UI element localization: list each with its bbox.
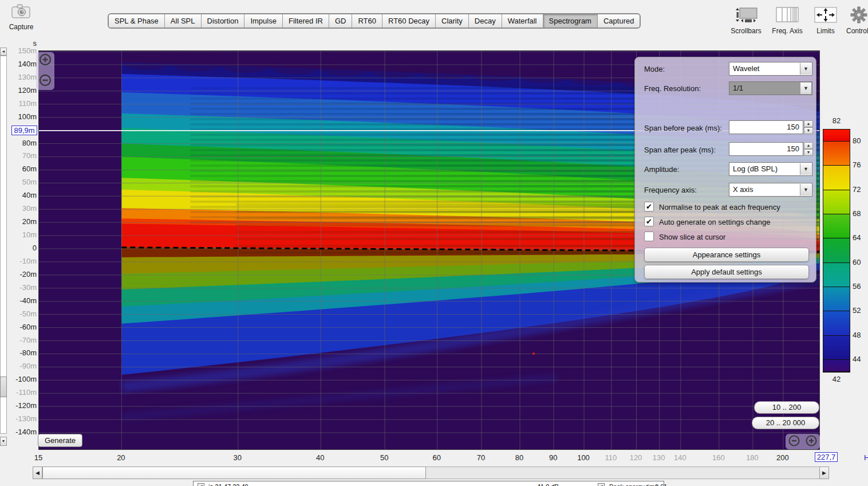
x-axis-label: 180 [746,453,759,462]
y-axis-label: 140m [7,60,37,68]
tab-decay[interactable]: Decay [469,14,502,28]
horizontal-scrollbar: ◀ ▶ [31,467,830,479]
spin-up-icon[interactable]: ▲ [804,120,813,127]
y-axis-label: 130m [7,73,37,81]
vscroll-thumb[interactable] [0,377,7,397]
colorbar-cell [823,190,850,214]
y-axis-label: -90m [7,362,37,370]
colorbar-cell [823,311,850,335]
show-slice-label: Show slice at cursor [659,233,725,241]
limits-label: Limits [811,27,841,35]
chevron-down-icon[interactable]: ▼ [800,63,811,75]
y-axis-label: -110m [7,388,37,397]
measurement-checkbox[interactable]: ✔ [198,483,204,486]
tab-all-spl[interactable]: All SPL [165,14,202,28]
controls-tool[interactable]: Controls [846,6,868,35]
colorbar-cell [823,336,850,360]
show-slice-checkbox[interactable] [644,232,654,241]
spin-up-icon[interactable]: ▲ [804,142,813,149]
y-axis-label: 150m [7,46,37,55]
y-axis-label: 10m [7,230,37,239]
scrollbars-tool[interactable]: Scrollbars [728,6,764,35]
tab-distortion[interactable]: Distortion [202,14,245,28]
chevron-down-icon[interactable]: ▼ [800,83,811,94]
vertical-scrollbar[interactable]: ◄ ▼ [0,48,7,447]
hscroll-right-arrow[interactable]: ▶ [819,467,829,479]
tab-rt60-decay[interactable]: RT60 Decay [382,14,436,28]
apply-default-settings-button[interactable]: Apply default settings [644,265,809,279]
measurement-value: 41.0 dB [537,483,559,486]
amplitude-dropdown[interactable]: Log (dB SPL)▼ [729,162,812,176]
span-after-label: Span after peak (ms): [644,146,716,154]
vscroll-up-arrow[interactable]: ◄ [0,48,7,56]
x-axis-label: 50 [380,453,388,462]
generate-button[interactable]: Generate [38,434,82,447]
colorbar [823,129,850,373]
x-axis-label: 140 [674,453,686,462]
chevron-down-icon[interactable]: ▼ [800,163,811,175]
frequency-axis-dropdown[interactable]: X axis▼ [729,183,812,197]
freq-resolution-dropdown[interactable]: 1/1▼ [729,81,812,95]
chevron-down-icon[interactable]: ▼ [800,184,811,195]
tab-impulse[interactable]: Impulse [244,14,283,28]
capture-button[interactable]: Capture [7,3,35,31]
tab-waterfall[interactable]: Waterfall [502,14,543,28]
zoom-in-icon[interactable] [805,434,818,449]
span-after-field[interactable]: 150 [729,142,803,156]
hscroll-thumb[interactable] [42,467,426,479]
x-axis-label: 40 [316,453,324,462]
tab-spectrogram[interactable]: Spectrogram [543,14,598,28]
peak-energy-label: Peak energy time [609,483,658,486]
tab-rt60[interactable]: RT60 [352,14,382,28]
colorbar-max-label: 82 [823,116,850,125]
colorbar-tick-label: 48 [853,331,861,339]
freq-cursor-unit: Hz [864,453,868,462]
y-axis-label: -30m [7,283,37,292]
spectrogram-settings-panel: Mode: Wavelet▼ Freq. Resolution: 1/1▼ Sp… [634,57,816,283]
hscroll-left-arrow[interactable]: ◀ [33,467,42,479]
freq-range-20-20000-button[interactable]: 20 .. 20 000 [752,417,819,429]
zoom-in-icon[interactable] [38,53,52,69]
y-axis-label: -140m [7,428,37,436]
measurement-name: ja 21.47.22.49 [208,483,248,486]
y-axis-label: -60m [7,323,37,331]
tab-clarity[interactable]: Clarity [436,14,469,28]
tab-gd[interactable]: GD [329,14,353,28]
x-axis-label: 70 [477,453,485,462]
freq-cursor-readout[interactable]: 227,7 [815,452,838,462]
spin-down-icon[interactable]: ▼ [804,149,813,156]
limits-tool[interactable]: Limits [811,6,841,35]
y-axis-label: 30m [7,204,37,213]
y-axis-label: 60m [7,164,37,173]
y-axis-label: 120m [7,86,37,95]
scrollbars-icon [733,18,759,26]
zoom-out-icon[interactable] [38,73,52,89]
rew-spectrogram-window: Capture SPL & PhaseAll SPLDistortionImpu… [0,0,868,486]
peak-energy-checkbox[interactable]: ✔ [598,483,605,486]
y-axis-label: 0 [7,244,37,252]
x-axis-label: 30 [234,453,242,462]
vscroll-down-arrow[interactable]: ▼ [0,437,7,446]
frequency-axis-label: Frequency axis: [644,186,697,194]
normalise-checkbox[interactable]: ✔ [644,202,654,211]
mode-dropdown[interactable]: Wavelet▼ [729,62,812,76]
gear-icon [850,6,868,26]
limits-icon [814,18,838,26]
tab-captured[interactable]: Captured [598,14,640,28]
span-before-field[interactable]: 150 [729,120,803,134]
tab-spl-phase[interactable]: SPL & Phase [109,14,165,28]
tab-filtered-ir[interactable]: Filtered IR [283,14,329,28]
spin-down-icon[interactable]: ▼ [804,127,813,134]
freq-axis-tool[interactable]: Freq. Axis [770,6,805,35]
auto-generate-checkbox[interactable]: ✔ [644,217,654,226]
zoom-out-icon[interactable] [788,434,800,449]
appearance-settings-button[interactable]: Appearance settings [644,248,809,262]
colorbar-cell [823,263,850,287]
freq-range-10-200-button[interactable]: 10 .. 200 [754,401,819,414]
time-cursor-readout[interactable]: 89,9m [11,126,37,135]
x-axis-label: 15 [34,453,42,462]
y-axis-label: -50m [7,309,37,318]
colorbar-cell [823,214,850,238]
colorbar-cell [823,360,850,372]
colorbar-min-label: 42 [823,375,850,383]
